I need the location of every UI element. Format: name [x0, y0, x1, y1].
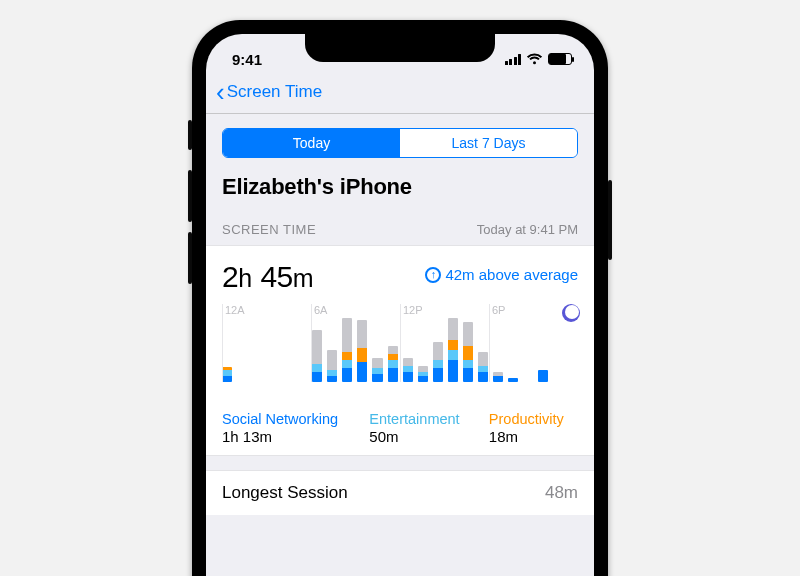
notch — [305, 34, 495, 62]
section-timestamp: Today at 9:41 PM — [477, 222, 578, 237]
legend-entertainment-value: 50m — [369, 428, 480, 445]
volume-up — [188, 170, 192, 222]
chart-bar — [463, 322, 473, 382]
volume-down — [188, 232, 192, 284]
usage-chart: 12A6A12P6P — [222, 304, 578, 399]
nav-bar: ‹ Screen Time — [206, 74, 594, 114]
longest-session-value: 48m — [545, 483, 578, 503]
section-header: SCREEN TIME Today at 9:41 PM — [206, 222, 594, 245]
longest-session-row[interactable]: Longest Session 48m — [206, 470, 594, 515]
back-label: Screen Time — [227, 82, 322, 102]
screen: 9:41 ‹ Screen Time Today Last 7 Days Eli… — [206, 34, 594, 576]
chart-bar — [418, 366, 428, 382]
legend-productivity-value: 18m — [489, 428, 578, 445]
status-time: 9:41 — [232, 51, 262, 68]
chart-bar — [222, 367, 232, 382]
chart-bar — [433, 342, 443, 382]
chart-bar — [448, 318, 458, 382]
chart-bar — [372, 358, 382, 382]
section-label: SCREEN TIME — [222, 222, 316, 237]
wifi-icon — [526, 53, 543, 65]
tab-today[interactable]: Today — [223, 129, 400, 157]
legend-social-value: 1h 13m — [222, 428, 361, 445]
arrow-up-circle-icon: ↑ — [425, 267, 441, 283]
mute-switch — [188, 120, 192, 150]
above-average: ↑ 42m above average — [425, 266, 578, 283]
chart-bar — [493, 372, 503, 382]
chart-tick: 6P — [492, 304, 505, 316]
legend: Social Networking 1h 13m Entertainment 5… — [222, 411, 578, 445]
chart-bar — [342, 318, 352, 382]
chart-bar — [312, 330, 322, 382]
tab-last-7-days[interactable]: Last 7 Days — [400, 129, 577, 157]
chart-bar — [327, 350, 337, 382]
chart-bar — [478, 352, 488, 382]
back-button[interactable]: ‹ Screen Time — [216, 79, 322, 105]
above-average-text: 42m above average — [445, 266, 578, 283]
power-button — [608, 180, 612, 260]
chart-bar — [508, 378, 518, 382]
chart-bar — [538, 370, 548, 382]
chart-bar — [403, 358, 413, 382]
chevron-left-icon: ‹ — [216, 79, 225, 105]
legend-productivity-label: Productivity — [489, 411, 578, 427]
bedtime-icon — [562, 304, 580, 322]
chart-tick: 12A — [225, 304, 245, 316]
longest-session-label: Longest Session — [222, 483, 348, 503]
chart-bar — [388, 346, 398, 382]
legend-entertainment-label: Entertainment — [369, 411, 480, 427]
chart-tick: 6A — [314, 304, 327, 316]
chart-bar — [357, 320, 367, 382]
total-screen-time: 2h 45m — [222, 260, 314, 294]
device-name: Elizabeth's iPhone — [206, 170, 594, 222]
battery-icon — [548, 53, 572, 65]
legend-social-label: Social Networking — [222, 411, 361, 427]
phone-frame: 9:41 ‹ Screen Time Today Last 7 Days Eli… — [192, 20, 608, 576]
screen-time-card: 2h 45m ↑ 42m above average 12A6A12P6P So… — [206, 245, 594, 456]
chart-tick: 12P — [403, 304, 423, 316]
cellular-icon — [505, 54, 522, 65]
time-range-segmented: Today Last 7 Days — [222, 128, 578, 158]
